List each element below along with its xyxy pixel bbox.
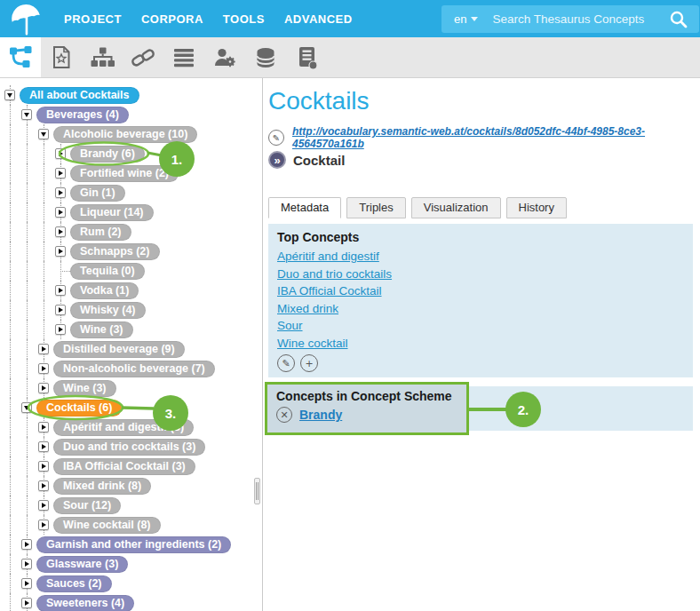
tree-node-pill[interactable]: IBA Official Cocktail (3) (53, 458, 195, 475)
tree-node-pill[interactable]: Tequila (0) (70, 263, 145, 280)
tree-toggle-collapsed[interactable] (38, 422, 49, 432)
tree-node-pill[interactable]: Whisky (4) (70, 302, 146, 319)
edit-pencil-icon[interactable]: ✎ (277, 354, 295, 372)
tab-triples[interactable]: Triples (346, 197, 406, 218)
tree-node-pill[interactable]: Gin (1) (70, 185, 125, 202)
tree-toggle-collapsed[interactable] (21, 598, 32, 608)
tree-toggle-collapsed[interactable] (38, 363, 49, 374)
tab-history[interactable]: History (506, 197, 567, 218)
top-concept-link[interactable]: IBA Official Cocktail (277, 282, 382, 300)
tree-toggle-collapsed[interactable] (38, 480, 49, 491)
tree-node-pill[interactable]: Duo and trio cocktails (3) (53, 439, 205, 456)
tree-toggle-collapsed[interactable] (38, 520, 49, 530)
umbrella-logo[interactable] (0, 2, 52, 36)
tree-toggle-expanded[interactable] (21, 402, 32, 413)
tree-node-pill[interactable]: Cocktails (6) (36, 400, 122, 417)
tree-guide-line (21, 320, 38, 339)
tree-guide-line (38, 183, 55, 202)
tree-node-pill[interactable]: Garnish and other ingredients (2) (36, 536, 231, 553)
tree-guide-line (21, 281, 38, 300)
triangle-right-icon (42, 425, 46, 430)
tree-toggle-collapsed[interactable] (38, 500, 49, 511)
database-icon[interactable] (245, 37, 286, 77)
concept-scheme-icon: » (268, 151, 286, 169)
tree-node-pill[interactable]: Sauces (2) (36, 575, 112, 592)
tab-metadata[interactable]: Metadata (268, 197, 341, 218)
tree-node-pill[interactable]: All about Cocktails (20, 87, 139, 104)
panel-splitter-handle[interactable] (254, 478, 260, 504)
tree-toggle-collapsed[interactable] (38, 383, 49, 393)
tree-node-pill[interactable]: Vodka (1) (70, 282, 139, 299)
tree-node-pill[interactable]: Alcoholic beverage (10) (53, 126, 197, 143)
tree-node-pill[interactable]: Wine (3) (53, 380, 116, 397)
language-selector[interactable]: en (450, 12, 483, 26)
tree-toggle-expanded[interactable] (38, 129, 49, 139)
top-concept-link[interactable]: Duo and trio cocktails (277, 266, 392, 283)
tree-node-pill[interactable]: Wine cocktail (8) (53, 517, 161, 534)
top-concept-link[interactable]: Wine cocktail (277, 335, 348, 353)
tree-toggle-collapsed[interactable] (21, 578, 32, 589)
tree-guide-line (21, 437, 38, 456)
tree-node-pill[interactable]: Rum (2) (70, 224, 131, 241)
concept-scheme-uri-link[interactable]: http://vocabulary.semantic-web.at/cockta… (292, 125, 693, 150)
tab-visualization[interactable]: Visualization (411, 197, 501, 218)
tree-node-pill[interactable]: Mixed drink (8) (53, 478, 151, 495)
tree-node-pill[interactable]: Brandy (6) (70, 146, 145, 163)
tree-toggle-collapsed[interactable] (21, 559, 32, 569)
tree-toggle-collapsed[interactable] (38, 461, 49, 472)
tree-node-pill[interactable]: Non-alcoholic beverage (7) (53, 361, 215, 377)
search-icon (668, 9, 688, 29)
tree-row: Beverages (4) (4, 105, 262, 124)
tree-node-pill[interactable]: Sour (12) (53, 497, 121, 514)
add-plus-icon[interactable]: + (300, 354, 318, 372)
top-concept-link[interactable]: Sour (277, 317, 303, 335)
tree-guide-line (4, 476, 21, 496)
top-concept-link[interactable]: Apéritif and digestif (277, 248, 379, 266)
edit-pencil-icon[interactable]: ✎ (268, 130, 284, 146)
tree-toggle-collapsed[interactable] (55, 207, 66, 218)
menu-item-tools[interactable]: TOOLS (223, 12, 265, 26)
sitemap-icon[interactable] (82, 37, 123, 77)
tree-toggle-collapsed[interactable] (55, 285, 66, 296)
search-input[interactable] (483, 12, 666, 26)
tree-toggle-collapsed[interactable] (21, 539, 32, 550)
taxonomy-tree-icon[interactable] (0, 37, 41, 77)
user-settings-icon[interactable] (204, 37, 245, 77)
tree-node-pill[interactable]: Distilled beverage (9) (53, 341, 185, 358)
menu-item-corpora[interactable]: CORPORA (141, 12, 203, 26)
tree-guide-line (21, 456, 38, 476)
menu-item-project[interactable]: PROJECT (64, 12, 122, 26)
tree-toggle-cell (38, 437, 50, 456)
link-icon[interactable] (123, 37, 163, 77)
tree-node-pill[interactable]: Liqueur (14) (70, 204, 154, 221)
search-button[interactable] (666, 7, 690, 31)
top-concept-link[interactable]: Mixed drink (277, 300, 338, 318)
list-icon[interactable] (163, 37, 204, 77)
tree-node-pill[interactable]: Sweeteners (4) (36, 595, 134, 611)
tree-toggle-collapsed[interactable] (55, 305, 66, 315)
main-menu: PROJECTCORPORATOOLSADVANCED (64, 12, 353, 26)
tree-toggle-collapsed[interactable] (38, 344, 49, 354)
tree-node-pill[interactable]: Schnapps (2) (70, 243, 160, 260)
server-database-icon[interactable] (286, 37, 327, 77)
tree-toggle-cell (55, 320, 67, 339)
tree-toggle-expanded[interactable] (4, 90, 15, 100)
tree-toggle-collapsed[interactable] (55, 168, 66, 179)
tree-node-pill[interactable]: Apéritif and digestif (3) (53, 419, 194, 436)
tree-node-pill[interactable]: Beverages (4) (36, 107, 129, 123)
tree-toggle-collapsed[interactable] (55, 324, 66, 335)
tree-node-pill[interactable]: Fortified wine (2) (70, 165, 179, 182)
remove-circle-icon[interactable]: ✕ (276, 407, 292, 423)
scheme-concept-link[interactable]: Brandy (299, 408, 342, 422)
menu-item-advanced[interactable]: ADVANCED (284, 12, 353, 26)
tree-toggle-collapsed[interactable] (55, 148, 66, 159)
tree-toggle-collapsed[interactable] (38, 441, 49, 452)
tree-node-pill[interactable]: Glassware (3) (36, 556, 128, 573)
tree-toggle-collapsed[interactable] (55, 187, 66, 198)
tree-guide-line (21, 144, 38, 163)
tree-node-pill[interactable]: Wine (3) (70, 321, 133, 338)
project-document-icon[interactable] (41, 37, 82, 77)
tree-toggle-expanded[interactable] (21, 109, 32, 120)
tree-toggle-collapsed[interactable] (55, 226, 66, 237)
tree-toggle-collapsed[interactable] (55, 246, 66, 257)
